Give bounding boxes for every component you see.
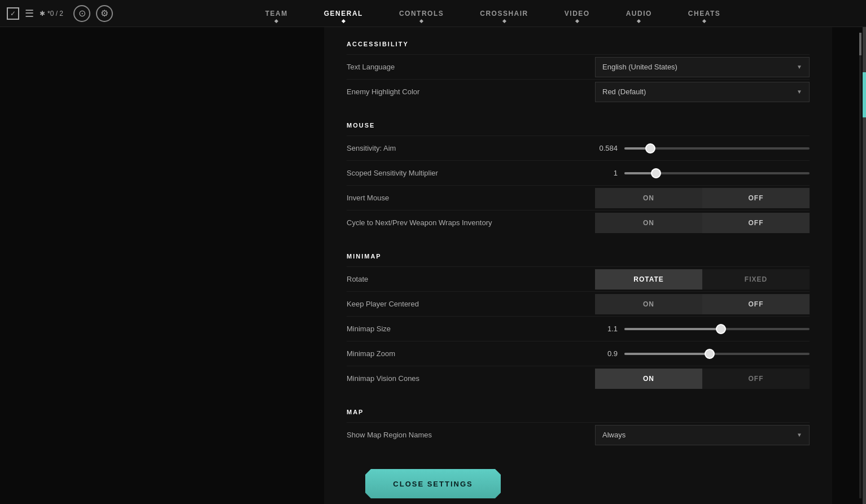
show-map-region-control: Always ▼ — [595, 425, 810, 445]
minimap-size-slider[interactable] — [624, 328, 810, 330]
nav-tab-video[interactable]: VIDEO — [546, 6, 608, 23]
nav-tab-label-general: GENERAL — [324, 10, 363, 17]
text-language-row: Text Language English (United States) ▼ — [347, 54, 810, 79]
cycle-weapon-toggle: On Off — [595, 213, 810, 233]
rotate-label: Rotate — [347, 275, 595, 283]
vision-cones-off-btn[interactable]: Off — [702, 369, 810, 389]
close-settings-label: CLOSE SETTINGS — [393, 480, 473, 488]
accent-bar-inner — [863, 72, 866, 117]
nav-tab-dot-team — [274, 19, 278, 23]
enemy-highlight-arrow-icon: ▼ — [797, 89, 802, 95]
sensitivity-aim-slider[interactable] — [624, 147, 810, 150]
minimap-size-row: Minimap Size 1.1 — [347, 316, 810, 341]
right-spacer — [832, 27, 866, 504]
minimap-size-control: 1.1 — [595, 325, 810, 333]
sensitivity-aim-value: 0.584 — [595, 144, 618, 152]
settings-panel: ACCESSIBILITY Text Language English (Uni… — [324, 27, 832, 504]
cycle-weapon-on-btn[interactable]: On — [595, 213, 702, 233]
invert-mouse-off-btn[interactable]: Off — [702, 188, 810, 208]
vision-cones-control: On Off — [595, 369, 810, 389]
settings-icon[interactable]: ⚙ — [96, 5, 113, 22]
nav-tab-dot-video — [575, 19, 579, 23]
minimap-zoom-track — [624, 353, 810, 355]
invert-mouse-row: Invert Mouse On Off — [347, 185, 810, 210]
cycle-weapon-control: On Off — [595, 213, 810, 233]
nav-tab-crosshair[interactable]: CROSSHAIR — [462, 6, 546, 23]
minimap-zoom-row: Minimap Zoom 0.9 — [347, 341, 810, 366]
nav-tab-dot-controls — [419, 19, 423, 23]
nav-tab-audio[interactable]: AUDIO — [608, 6, 670, 23]
enemy-highlight-value: Red (Default) — [602, 87, 646, 96]
nav-tab-label-controls: CONTROLS — [399, 10, 444, 17]
text-language-dropdown[interactable]: English (United States) ▼ — [595, 57, 810, 77]
nav-tab-label-video: VIDEO — [565, 10, 590, 17]
vision-cones-toggle: On Off — [595, 369, 810, 389]
minimap-zoom-slider[interactable] — [624, 353, 810, 355]
invert-mouse-label: Invert Mouse — [347, 194, 595, 202]
left-spacer — [0, 27, 324, 504]
scoped-sensitivity-thumb[interactable] — [651, 168, 661, 178]
sensitivity-aim-track — [624, 147, 810, 150]
nav-tab-controls[interactable]: CONTROLS — [381, 6, 462, 23]
rotate-toggle: Rotate Fixed — [595, 269, 810, 290]
minimap-size-thumb[interactable] — [716, 324, 726, 334]
text-language-label: Text Language — [347, 63, 595, 71]
show-map-region-arrow-icon: ▼ — [797, 432, 802, 438]
enemy-highlight-row: Enemy Highlight Color Red (Default) ▼ — [347, 79, 810, 104]
minimap-size-value: 1.1 — [595, 325, 618, 333]
sensitivity-aim-row: Sensitivity: Aim 0.584 — [347, 135, 810, 160]
enemy-highlight-control: Red (Default) ▼ — [595, 82, 810, 102]
cycle-weapon-off-btn[interactable]: Off — [702, 213, 810, 233]
minimap-zoom-thumb[interactable] — [705, 349, 715, 359]
close-btn-container: CLOSE SETTINGS — [365, 463, 501, 504]
scoped-sensitivity-control: 1 — [595, 169, 810, 177]
nav-tab-dot-general — [342, 19, 345, 23]
nav-tab-label-audio: AUDIO — [626, 10, 652, 17]
nav-tab-general[interactable]: GENERAL — [306, 6, 381, 23]
scoped-sensitivity-row: Scoped Sensitivity Multiplier 1 — [347, 160, 810, 185]
scrollbar-thumb[interactable] — [859, 33, 861, 55]
accessibility-title: ACCESSIBILITY — [347, 41, 810, 47]
nav-tabs: TEAMGENERALCONTROLSCROSSHAIRVIDEOAUDIOCH… — [120, 4, 866, 23]
minimap-section: MINIMAP Rotate Rotate Fixed Keep Player … — [324, 239, 832, 395]
keep-centered-on-btn[interactable]: On — [595, 294, 702, 314]
rotate-opt1-btn[interactable]: Rotate — [595, 269, 702, 290]
close-settings-button[interactable]: CLOSE SETTINGS — [365, 469, 501, 498]
map-section: MAP Show Map Region Names Always ▼ — [324, 395, 832, 452]
nav-tab-dot-cheats — [702, 19, 706, 23]
nav-tab-team[interactable]: TEAM — [247, 6, 306, 23]
scrollbar-track[interactable] — [859, 33, 861, 498]
keep-centered-control: On Off — [595, 294, 810, 314]
vision-cones-label: Minimap Vision Cones — [347, 374, 595, 383]
hamburger-icon[interactable]: ☰ — [25, 7, 34, 20]
show-map-region-dropdown[interactable]: Always ▼ — [595, 425, 810, 445]
text-language-value: English (United States) — [602, 63, 677, 71]
sensitivity-aim-thumb[interactable] — [645, 143, 655, 154]
accent-bar — [863, 27, 866, 504]
scoped-sensitivity-slider[interactable] — [624, 172, 810, 174]
minimap-zoom-label: Minimap Zoom — [347, 349, 595, 358]
accessibility-section: ACCESSIBILITY Text Language English (Uni… — [324, 27, 832, 108]
text-language-arrow-icon: ▼ — [797, 64, 802, 70]
rotate-opt2-btn[interactable]: Fixed — [702, 269, 810, 290]
scoped-sensitivity-value: 1 — [595, 169, 618, 177]
page-layout: ACCESSIBILITY Text Language English (Uni… — [0, 27, 866, 504]
minimap-size-fill — [624, 328, 721, 330]
minimap-zoom-fill — [624, 353, 710, 355]
sensitivity-aim-control: 0.584 — [595, 144, 810, 152]
keep-centered-row: Keep Player Centered On Off — [347, 291, 810, 316]
minimap-size-label: Minimap Size — [347, 325, 595, 333]
invert-mouse-control: On Off — [595, 188, 810, 208]
nav-tab-cheats[interactable]: CHEATS — [670, 6, 738, 23]
nav-tab-dot-audio — [637, 19, 641, 23]
keep-centered-off-btn[interactable]: Off — [702, 294, 810, 314]
mouse-section: MOUSE Sensitivity: Aim 0.584 Scoped Sens… — [324, 108, 832, 239]
invert-mouse-on-btn[interactable]: On — [595, 188, 702, 208]
keep-centered-toggle: On Off — [595, 294, 810, 314]
scoped-sensitivity-label: Scoped Sensitivity Multiplier — [347, 169, 595, 177]
agent-icon[interactable]: ⊙ — [73, 5, 90, 22]
enemy-highlight-dropdown[interactable]: Red (Default) ▼ — [595, 82, 810, 102]
rotate-row: Rotate Rotate Fixed — [347, 266, 810, 291]
show-map-region-row: Show Map Region Names Always ▼ — [347, 422, 810, 447]
vision-cones-on-btn[interactable]: On — [595, 369, 702, 389]
